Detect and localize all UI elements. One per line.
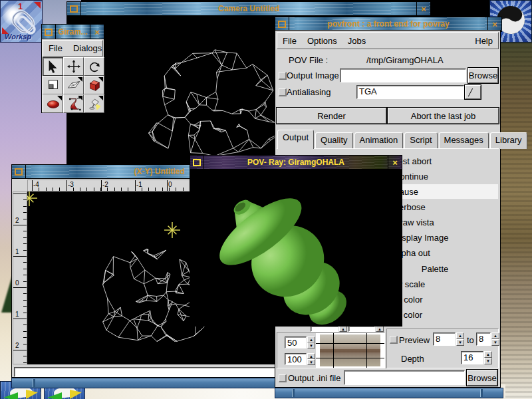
preview-to-arrows[interactable]: ▲▼ <box>491 332 499 346</box>
workspace-clip-icon[interactable]: 1 Worksp <box>0 0 43 43</box>
ruler-label: 3 <box>15 192 19 193</box>
ruler-tick <box>94 188 94 191</box>
tool-box[interactable] <box>84 76 104 94</box>
ruler-major-tick <box>13 350 27 350</box>
preview-thumbnail[interactable] <box>316 333 384 368</box>
close-button[interactable]: × <box>416 2 430 16</box>
crop-line[interactable] <box>366 333 367 368</box>
tool-lathe[interactable] <box>63 94 84 113</box>
tab-library[interactable]: Library <box>490 132 527 149</box>
bridge-shape <box>320 349 380 352</box>
output-image-checkbox[interactable] <box>279 72 287 80</box>
output-ini-checkbox[interactable] <box>279 374 287 382</box>
workspace-label: Worksp <box>5 33 31 41</box>
miniaturize-button[interactable] <box>12 165 26 179</box>
ruler-tick <box>148 188 149 191</box>
miniaturize-button[interactable] <box>275 17 289 31</box>
ruler-tick <box>23 212 27 213</box>
clipped-spin-arrows: ▲ <box>376 326 384 332</box>
output-ini-input[interactable] <box>344 370 465 385</box>
tool-rotate[interactable] <box>84 57 104 76</box>
tab-output[interactable]: Output <box>277 130 314 149</box>
depth-arrows[interactable]: ▲▼ <box>484 351 492 364</box>
tool-sphere[interactable] <box>43 94 63 113</box>
close-button[interactable]: × <box>487 17 501 31</box>
tool-move[interactable] <box>63 57 84 76</box>
preview-checkbox[interactable] <box>390 336 398 344</box>
preview-from-arrows[interactable]: ▲▼ <box>456 332 464 346</box>
menu-options[interactable]: Options <box>302 33 342 49</box>
ruler-label: 2 <box>15 217 19 224</box>
menu-dialogs[interactable]: Dialogs <box>68 41 107 56</box>
ruler-tick <box>162 188 163 191</box>
preview-label: Preview <box>399 335 430 345</box>
clipped-spinbox-fragment <box>348 326 375 332</box>
ruler-tick <box>23 237 27 238</box>
miniaturize-icon <box>193 159 201 166</box>
ruler-tick <box>23 356 27 356</box>
height-spinbox[interactable]: 100 <box>285 353 307 365</box>
light-source-star[interactable] <box>27 192 37 206</box>
povray-render-viewport[interactable] <box>190 169 402 327</box>
povray-titlebar[interactable]: POV- Ray: GiramgOHALA × <box>190 155 402 170</box>
toolbox-titlebar[interactable]: Giram... × <box>41 24 104 40</box>
povfront-resizebar[interactable] <box>275 388 503 398</box>
tool-scale[interactable] <box>43 76 63 94</box>
close-button[interactable]: × <box>388 156 402 170</box>
light-icon <box>86 96 102 111</box>
xy-resizebar[interactable] <box>11 378 309 388</box>
icon-art <box>70 390 82 399</box>
pov-file-label: POV File : <box>289 55 328 65</box>
antialiasing-checkbox[interactable] <box>279 88 287 96</box>
icon-art <box>47 392 62 399</box>
scale-icon <box>45 78 61 92</box>
antialiasing-label: Antialiasing <box>287 87 331 97</box>
tab-animation[interactable]: Animation <box>354 132 404 149</box>
crop-line[interactable] <box>316 358 384 358</box>
ruler-tick <box>23 206 27 207</box>
close-icon: × <box>492 20 497 29</box>
menu-file[interactable]: File <box>277 33 302 49</box>
tool-plane[interactable] <box>63 76 84 94</box>
light-source-star[interactable] <box>164 222 180 238</box>
preview-from-input[interactable]: 8 <box>433 332 456 346</box>
tool-light[interactable] <box>84 94 104 113</box>
preview-to-label: to <box>467 335 474 345</box>
preview-to-input[interactable]: 8 <box>476 332 491 346</box>
ruler-tick <box>23 344 27 344</box>
ruler-tick <box>23 300 27 301</box>
rotate-icon <box>86 59 102 74</box>
menu-help[interactable]: Help <box>469 33 498 49</box>
close-button[interactable]: × <box>90 25 104 39</box>
tab-messages[interactable]: Messages <box>439 132 489 149</box>
output-image-input[interactable] <box>340 68 466 82</box>
crop-line[interactable] <box>333 333 334 368</box>
browse-ini-button[interactable]: Browse <box>467 370 497 386</box>
clip-arrow-next[interactable] <box>34 2 41 9</box>
format-combo-input[interactable]: TGA <box>356 85 464 99</box>
width-spinbox[interactable]: 50 <box>285 336 307 348</box>
xy-statusbar <box>14 367 305 377</box>
miniaturize-button[interactable] <box>190 156 204 170</box>
menu-file[interactable]: File <box>43 41 68 56</box>
sphere-icon <box>45 96 61 111</box>
format-combo-dropdown[interactable] <box>465 85 481 99</box>
browse-button[interactable]: Browse <box>468 68 498 83</box>
ruler-tick <box>23 262 27 263</box>
width-spin-arrows[interactable]: ▲▼ <box>307 336 315 348</box>
depth-label: Depth <box>401 354 424 364</box>
miniaturize-button[interactable] <box>42 25 56 39</box>
tool-select[interactable] <box>43 57 63 76</box>
abort-button[interactable]: Abort the last job <box>388 108 499 124</box>
height-spin-arrows[interactable]: ▲▼ <box>307 353 315 365</box>
tab-quality[interactable]: Quality <box>315 132 352 149</box>
depth-input[interactable]: 16 <box>461 351 483 364</box>
ruler-tick <box>23 306 27 307</box>
tab-script[interactable]: Script <box>404 132 437 149</box>
miniaturize-button[interactable] <box>67 2 81 16</box>
render-button[interactable]: Render <box>277 108 386 124</box>
crop-line[interactable] <box>316 343 384 344</box>
select-arrow-icon <box>45 59 61 74</box>
menu-jobs[interactable]: Jobs <box>342 33 371 49</box>
camera-titlebar[interactable]: Camera Untitled × <box>66 1 431 17</box>
